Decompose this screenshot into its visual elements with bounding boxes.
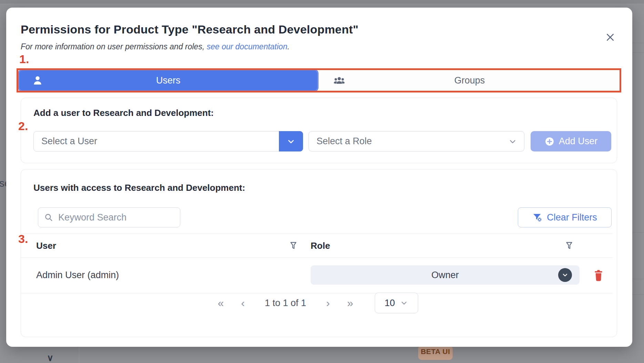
keyword-search: [38, 207, 180, 227]
chevron-down-icon: [286, 137, 295, 146]
pagination-prev-button[interactable]: ‹: [239, 297, 247, 310]
plus-circle-icon: [544, 136, 555, 147]
column-header-role: Role: [311, 234, 330, 257]
backdrop-row-line: [632, 294, 644, 295]
role-select-placeholder: Select a Role: [309, 136, 508, 147]
row-role-value: Owner: [431, 270, 459, 281]
page-size-value: 10: [384, 298, 395, 308]
backdrop-row-line: [632, 279, 644, 279]
user-icon: [32, 75, 43, 86]
pagination-first-button[interactable]: «: [216, 297, 226, 310]
backdrop-chevron-down-icon: ∨: [47, 353, 53, 363]
users-access-card: Users with access to Research and Develo…: [21, 169, 617, 337]
trash-icon: [593, 269, 604, 282]
users-group-icon: [333, 74, 345, 87]
add-user-button[interactable]: Add User: [531, 131, 611, 151]
beta-ui-badge: BETA UI: [418, 345, 453, 360]
pagination-last-button[interactable]: »: [345, 297, 355, 310]
page-title: Permissions for Product Type "Research a…: [21, 23, 359, 36]
pagination-range-label: 1 to 1 of 1: [265, 298, 306, 308]
tab-groups-label: Groups: [321, 75, 618, 86]
role-chevron-button[interactable]: [558, 268, 572, 282]
add-user-card: Add a user to Research and Development: …: [21, 98, 617, 163]
tab-users-label: Users: [19, 75, 317, 86]
user-select[interactable]: Select a User: [33, 131, 303, 151]
access-heading: Users with access to Research and Develo…: [33, 183, 245, 193]
backdrop-row-line: [632, 43, 644, 43]
subtitle-prefix: For more information on user permissions…: [21, 42, 207, 51]
row-role-select[interactable]: Owner: [311, 265, 580, 285]
filter-funnel-icon: [564, 241, 574, 251]
table-header: User Role: [21, 234, 613, 258]
backdrop-sidebar-divider: [79, 345, 79, 363]
backdrop-row-line: [632, 52, 644, 53]
clear-filters-button[interactable]: Clear Filters: [518, 207, 612, 227]
annotation-step-2: 2.: [18, 119, 28, 133]
documentation-link[interactable]: see our documentation: [207, 42, 287, 51]
add-user-heading: Add a user to Research and Development:: [33, 108, 214, 118]
pagination-next-button[interactable]: ›: [324, 297, 332, 310]
screen: ∨ se BETA UI Permissions for Product Typ…: [0, 0, 644, 363]
chevron-down-icon: [508, 137, 517, 146]
annotation-step-1: 1.: [19, 52, 29, 66]
row-user-name: Admin User (admin): [36, 257, 119, 293]
filter-clear-icon: [532, 212, 543, 223]
delete-user-button[interactable]: [591, 267, 606, 283]
pagination: « ‹ 1 to 1 of 1 › » 10: [21, 293, 613, 313]
user-select-placeholder: Select a User: [34, 136, 279, 147]
close-icon: [605, 32, 615, 42]
user-select-chevron-button[interactable]: [279, 131, 303, 151]
filter-funnel-icon: [288, 241, 299, 251]
subtitle: For more information on user permissions…: [21, 42, 290, 51]
column-header-user: User: [36, 234, 56, 257]
tab-bar: Users Groups: [19, 70, 618, 90]
close-button[interactable]: [602, 29, 618, 46]
backdrop-top-strip: [0, 0, 644, 4]
tab-groups[interactable]: Groups: [321, 70, 618, 90]
permissions-modal: Permissions for Product Type "Research a…: [6, 8, 632, 347]
user-column-filter-button[interactable]: [286, 239, 300, 253]
annotation-step-3: 3.: [18, 232, 28, 246]
tab-users[interactable]: Users: [19, 70, 317, 90]
backdrop-top-line: [0, 4, 644, 4]
chevron-down-icon: [400, 299, 408, 307]
role-column-filter-button[interactable]: [562, 239, 576, 253]
keyword-search-input[interactable]: [58, 212, 162, 223]
role-select[interactable]: Select a Role: [309, 131, 524, 151]
subtitle-suffix: .: [287, 42, 289, 51]
search-icon: [44, 213, 53, 222]
table-row: Admin User (admin) Owner: [21, 257, 613, 293]
clear-filters-label: Clear Filters: [547, 212, 597, 223]
page-size-select[interactable]: 10: [375, 293, 418, 313]
add-user-button-label: Add User: [559, 136, 598, 147]
backdrop-row-line: [632, 232, 644, 233]
